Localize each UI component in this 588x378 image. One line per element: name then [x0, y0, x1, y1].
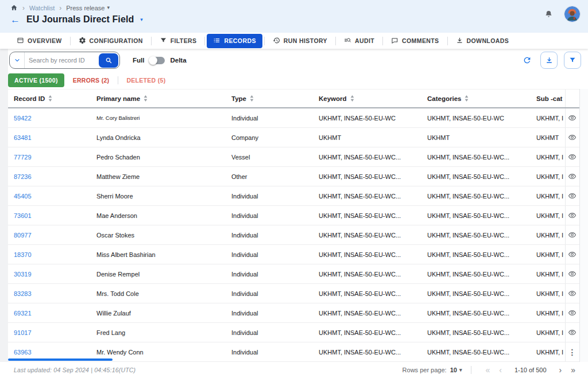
tab-audit[interactable]: AUDIT: [338, 34, 381, 48]
prev-page-button[interactable]: ‹: [494, 366, 506, 374]
status-tab-errors[interactable]: ERRORS (2): [64, 73, 118, 87]
back-arrow-icon[interactable]: ←: [10, 15, 20, 25]
vertical-scrollbar[interactable]: [579, 89, 588, 362]
primary-name-cell: Oscar Stokes: [96, 232, 231, 239]
primary-name-cell: Mae Anderson: [96, 212, 231, 219]
breadcrumb-press-release-label: Press release: [66, 5, 105, 11]
search-scope-chevron-icon[interactable]: [10, 52, 25, 68]
status-tab-deleted[interactable]: DELETED (5): [118, 73, 173, 87]
table-row[interactable]: 63481 Lynda Ondricka Company UKHMT UKHMT…: [8, 128, 588, 147]
categories-cell: UKHMT, INSAE-50-EU-WC...: [427, 290, 536, 297]
refresh-icon[interactable]: [523, 56, 532, 65]
search-button[interactable]: [99, 53, 118, 68]
eye-icon[interactable]: [568, 250, 577, 259]
section-tabbar: OVERVIEW CONFIGURATION FILTERS RECORDS R…: [0, 33, 588, 49]
tab-comments[interactable]: COMMENTS: [385, 34, 445, 48]
rows-per-page-select[interactable]: 10 ▾: [450, 367, 462, 373]
record-id-link[interactable]: 59422: [14, 115, 32, 122]
last-page-button[interactable]: »: [566, 366, 580, 374]
kebab-menu-icon[interactable]: ⋮: [568, 348, 577, 356]
table-row[interactable]: 59422 Mr. Cory Balistreri Individual UKH…: [8, 108, 588, 128]
record-id-link[interactable]: 63963: [14, 349, 32, 356]
tab-run-history[interactable]: RUN HISTORY: [266, 34, 334, 48]
title-caret-down-icon[interactable]: ▾: [140, 17, 143, 22]
table-row[interactable]: 77729 Pedro Schaden Vessel UKHMT, INSAE-…: [8, 147, 588, 167]
record-id-link[interactable]: 83283: [14, 290, 32, 297]
full-delta-switch[interactable]: [149, 57, 165, 64]
eye-icon[interactable]: [568, 231, 577, 239]
eye-icon[interactable]: [568, 192, 577, 200]
eye-icon[interactable]: [568, 114, 577, 122]
tab-divider: [335, 37, 336, 45]
record-id-link[interactable]: 77729: [14, 154, 32, 161]
type-cell: Vessel: [231, 154, 319, 161]
table-row[interactable]: 73601 Mae Anderson Individual UKHMT, INS…: [8, 206, 588, 225]
chevron-right-icon: ›: [59, 5, 61, 11]
table-row[interactable]: 87236 Matthew Zieme Other UKHMT, INSAE-5…: [8, 167, 588, 186]
record-id-link[interactable]: 63481: [14, 134, 32, 141]
status-tab-active[interactable]: ACTIVE (1500): [8, 73, 64, 87]
user-avatar[interactable]: [564, 6, 580, 22]
eye-icon[interactable]: [568, 289, 577, 298]
notifications-bell-icon[interactable]: [544, 10, 553, 19]
filter-results-button[interactable]: [564, 52, 581, 69]
table-footer: Last updated: 04 Sep 2024 | 04:45:16(UTC…: [0, 362, 588, 378]
first-page-button[interactable]: «: [481, 366, 494, 374]
filter-icon: [160, 37, 167, 45]
home-icon[interactable]: [10, 4, 18, 11]
eye-icon[interactable]: [568, 172, 577, 181]
keyword-cell: UKHMT, INSAE-50-EU-WC...: [319, 232, 427, 239]
table-row[interactable]: 30319 Denise Rempel Individual UKHMT, IN…: [8, 264, 588, 284]
eye-icon[interactable]: [568, 328, 577, 337]
table-row[interactable]: 18370 Miss Albert Bashirian Individual U…: [8, 245, 588, 264]
tab-records[interactable]: RECORDS: [207, 34, 262, 48]
sort-icon[interactable]: [465, 95, 469, 102]
record-id-link[interactable]: 18370: [14, 251, 32, 258]
record-id-link[interactable]: 91017: [14, 329, 32, 336]
table-body: 59422 Mr. Cory Balistreri Individual UKH…: [8, 108, 588, 362]
download-results-button[interactable]: [540, 52, 558, 69]
record-id-link[interactable]: 45405: [14, 193, 32, 200]
record-id-link[interactable]: 73601: [14, 212, 32, 219]
sort-icon[interactable]: [250, 95, 254, 102]
record-id-link[interactable]: 69321: [14, 310, 32, 317]
type-cell: Company: [231, 134, 319, 141]
table-row[interactable]: 69321 Willie Zulauf Individual UKHMT, IN…: [8, 303, 588, 323]
tab-records-label: RECORDS: [224, 37, 256, 44]
record-id-link[interactable]: 30319: [14, 271, 32, 278]
type-cell: Individual: [231, 115, 319, 122]
tab-filters[interactable]: FILTERS: [153, 34, 203, 48]
search-box: [9, 52, 120, 69]
eye-icon[interactable]: [568, 153, 577, 161]
table-row[interactable]: 91017 Fred Lang Individual UKHMT, INSAE-…: [8, 323, 588, 342]
eye-icon[interactable]: [568, 270, 577, 278]
breadcrumb-press-release[interactable]: Press release ▾: [66, 5, 110, 11]
sort-icon[interactable]: [144, 95, 148, 102]
search-input[interactable]: [25, 57, 98, 64]
keyword-cell: UKHMT, INSAE-50-EU-WC...: [319, 251, 427, 258]
next-page-button[interactable]: ›: [555, 366, 567, 374]
table-row[interactable]: 83283 Mrs. Todd Cole Individual UKHMT, I…: [8, 284, 588, 303]
filter-icon: [568, 56, 577, 64]
type-cell: Individual: [231, 349, 319, 356]
tab-overview[interactable]: OVERVIEW: [10, 34, 68, 48]
tab-configuration[interactable]: CONFIGURATION: [72, 34, 149, 48]
download-icon: [545, 56, 554, 65]
sort-icon[interactable]: [350, 95, 354, 102]
full-delta-toggle-group: Full Delta: [133, 57, 187, 64]
sort-icon[interactable]: [48, 95, 52, 102]
records-list-icon: [213, 37, 220, 45]
eye-icon[interactable]: [568, 309, 577, 317]
eye-icon[interactable]: [568, 133, 577, 142]
breadcrumb-watchlist[interactable]: Watchlist: [29, 5, 55, 11]
horizontal-scrollbar-thumb[interactable]: [8, 358, 113, 361]
last-updated-text: Last updated: 04 Sep 2024 | 04:45:16(UTC…: [14, 367, 136, 373]
table-row[interactable]: 45405 Sherri Moore Individual UKHMT, INS…: [8, 186, 588, 206]
type-cell: Other: [231, 173, 319, 180]
tab-downloads[interactable]: DOWNLOADS: [450, 34, 516, 48]
record-id-link[interactable]: 80977: [14, 232, 32, 239]
record-id-link[interactable]: 87236: [14, 173, 32, 180]
table-row[interactable]: 80977 Oscar Stokes Individual UKHMT, INS…: [8, 225, 588, 245]
eye-icon[interactable]: [568, 211, 577, 220]
primary-name-cell: Willie Zulauf: [96, 310, 231, 317]
